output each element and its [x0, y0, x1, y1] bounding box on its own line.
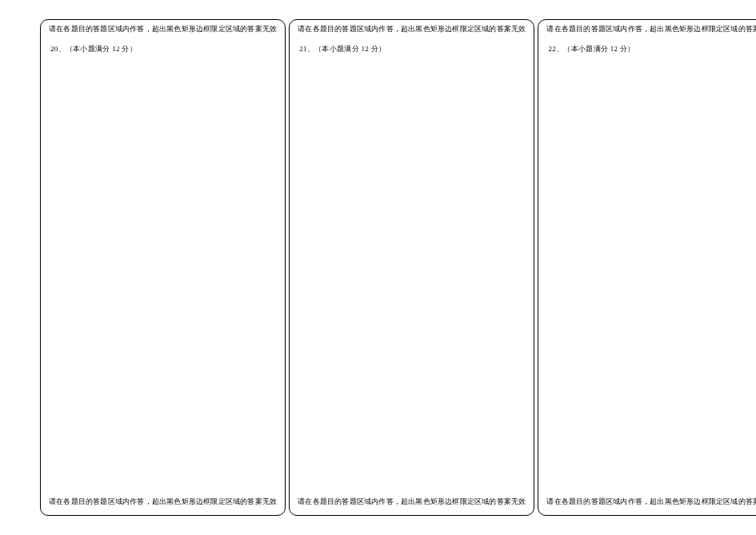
question-label-22: 22、（本小题满分 12 分） — [548, 44, 756, 54]
bottom-boundary-note: 请在各题目的答题区域内作答，超出黑色矩形边框限定区域的答案无效 — [546, 497, 756, 507]
bottom-boundary-note: 请在各题目的答题区域内作答，超出黑色矩形边框限定区域的答案无效 — [298, 497, 526, 507]
answer-box-21: 请在各题目的答题区域内作答，超出黑色矩形边框限定区域的答案无效 21、（本小题满… — [289, 19, 534, 516]
top-boundary-note: 请在各题目的答题区域内作答，超出黑色矩形边框限定区域的答案无效 — [49, 25, 277, 34]
answer-sheet-page: 请在各题目的答题区域内作答，超出黑色矩形边框限定区域的答案无效 20、（本小题满… — [0, 0, 756, 535]
answer-area-22 — [546, 54, 756, 498]
answer-area-20 — [49, 54, 277, 498]
answer-box-20: 请在各题目的答题区域内作答，超出黑色矩形边框限定区域的答案无效 20、（本小题满… — [40, 19, 286, 516]
question-label-20: 20、（本小题满分 12 分） — [50, 44, 277, 54]
question-label-21: 21、（本小题满分 12 分） — [299, 44, 526, 54]
bottom-boundary-note: 请在各题目的答题区域内作答，超出黑色矩形边框限定区域的答案无效 — [49, 497, 277, 507]
top-boundary-note: 请在各题目的答题区域内作答，超出黑色矩形边框限定区域的答案无效 — [298, 25, 526, 34]
answer-area-21 — [298, 54, 526, 498]
answer-box-22: 请在各题目的答题区域内作答，超出黑色矩形边框限定区域的答案无效 22、（本小题满… — [538, 19, 756, 516]
top-boundary-note: 请在各题目的答题区域内作答，超出黑色矩形边框限定区域的答案无效 — [546, 25, 756, 34]
